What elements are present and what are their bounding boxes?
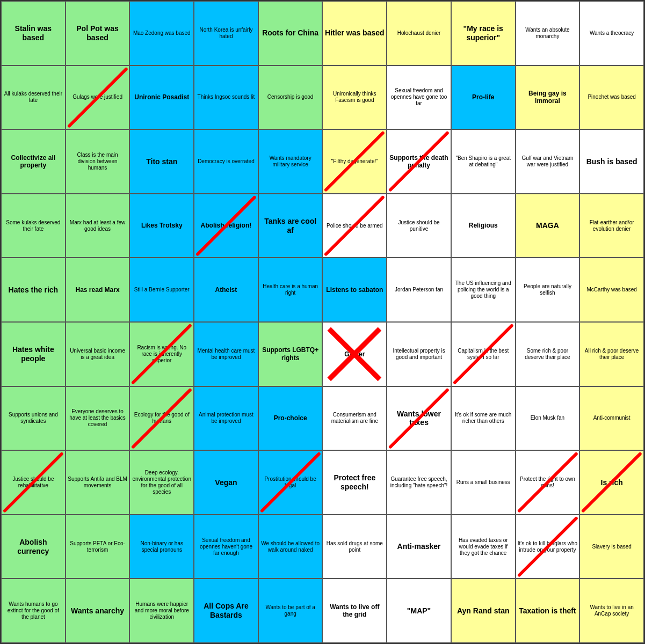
cell-r5c4: Supports LGBTQ+ rights: [258, 322, 323, 386]
cell-r5c6: Intellectual property is good and import…: [387, 322, 451, 386]
cell-r5c3: Mental health care must be improved: [194, 322, 258, 386]
cell-r8c0: Abolish currency: [1, 515, 66, 579]
cell-r8c5: Has sold drugs at some point: [322, 515, 387, 579]
cell-r5c7: Capitalism is the best system so far: [451, 322, 516, 386]
cell-r1c9: Pinochet was based: [579, 65, 644, 130]
bingo-grid: Stalin was basedPol Pot was basedMao Zed…: [0, 0, 645, 644]
cell-r2c3: Democracy is overrated: [194, 129, 258, 194]
cell-r2c5: "Filthy degenerate!": [322, 129, 387, 194]
cell-r9c4: Wants to be part of a gang: [258, 579, 323, 643]
cell-r9c8: Taxation is theft: [516, 579, 580, 643]
cell-r1c2: Unironic Posadist: [129, 65, 194, 130]
cell-r1c1: Gulags were justified: [66, 65, 130, 130]
cell-r5c1: Universal basic income is a great idea: [66, 322, 130, 386]
cell-r5c5: Gamer: [322, 322, 387, 386]
cell-r4c2: Still a Bernie Supporter: [129, 258, 194, 322]
cell-r9c9: Wants to live in an AnCap society: [579, 579, 644, 643]
cell-r6c5: Consumerism and materialism are fine: [322, 386, 387, 451]
cell-r2c7: "Ben Shapiro is a great at debating": [451, 129, 516, 194]
cell-r4c7: The US influencing and policing the worl…: [451, 258, 516, 322]
cell-r7c3: Vegan: [194, 450, 258, 515]
cell-r2c6: Supports the death penalty: [387, 129, 451, 194]
cell-r7c8: Protect the right to own guns!: [516, 450, 580, 515]
cell-r6c7: It's ok if some are much richer than oth…: [451, 386, 516, 451]
cell-r2c2: Tito stan: [129, 129, 194, 194]
cell-r8c2: Non-binary or has special pronouns: [129, 515, 194, 579]
cell-r3c4: Tanks are cool af: [258, 194, 323, 258]
cell-r4c9: McCarthy was based: [579, 258, 644, 322]
cell-r4c5: Listens to sabaton: [322, 258, 387, 322]
cell-r9c0: Wants humans to go extinct for the good …: [1, 579, 66, 643]
cell-r4c3: Atheist: [194, 258, 258, 322]
cell-r7c2: Deep ecology, environmental protection f…: [129, 450, 194, 515]
cell-r5c2: Racism is wrong. No race is inherently s…: [129, 322, 194, 386]
cell-r0c2: Mao Zedong was based: [129, 1, 194, 65]
cell-r3c8: MAGA: [516, 194, 580, 258]
cell-r8c7: Has evaded taxes or would evade taxes if…: [451, 515, 516, 579]
cell-r3c3: Abolish religion!: [194, 194, 258, 258]
cell-r7c9: Is rich: [579, 450, 644, 515]
cell-r1c7: Pro-life: [451, 65, 516, 130]
cell-r0c4: Roots for China: [258, 1, 323, 65]
cell-r6c6: Wants lower taxes: [387, 386, 451, 451]
cell-r6c9: Anti-communist: [579, 386, 644, 451]
cell-r6c0: Supports unions and syndicates: [1, 386, 66, 451]
cell-r0c7: "My race is superior": [451, 1, 516, 65]
cell-r4c8: People are naturally selfish: [516, 258, 580, 322]
cell-r4c4: Health care is a human right: [258, 258, 323, 322]
cell-r8c6: Anti-masker: [387, 515, 451, 579]
cell-r2c4: Wants mandatory military service: [258, 129, 323, 194]
cell-r1c5: Unironically thinks Fascism is good: [322, 65, 387, 130]
cell-r2c0: Collectivize all property: [1, 129, 66, 194]
cell-r8c8: It's ok to kill burglars who intrude on …: [516, 515, 580, 579]
cell-r6c8: Elon Musk fan: [516, 386, 580, 451]
cell-r0c6: Holochaust denier: [387, 1, 451, 65]
cell-r7c5: Protect free speech!: [322, 450, 387, 515]
cell-r1c3: Thinks Ingsoc sounds lit: [194, 65, 258, 130]
cell-r3c2: Likes Trotsky: [129, 194, 194, 258]
cell-r0c1: Pol Pot was based: [66, 1, 130, 65]
cell-r7c6: Guarantee free speech, including "hate s…: [387, 450, 451, 515]
cell-r0c3: North Korea is unfairly hated: [194, 1, 258, 65]
cell-r2c8: Gulf war and Vietnam war were justified: [516, 129, 580, 194]
cell-r8c1: Supports PETA or Eco-terrorism: [66, 515, 130, 579]
cell-r5c0: Hates white people: [1, 322, 66, 386]
cell-r7c4: Prostitution should be legal: [258, 450, 323, 515]
cell-r4c1: Has read Marx: [66, 258, 130, 322]
cell-r9c2: Humans were happier and more moral befor…: [129, 579, 194, 643]
cell-r9c3: All Cops Are Bastards: [194, 579, 258, 643]
cell-r9c5: Wants to live off the grid: [322, 579, 387, 643]
cell-r0c0: Stalin was based: [1, 1, 66, 65]
cell-r6c4: Pro-choice: [258, 386, 323, 451]
cell-r0c9: Wants a theocracy: [579, 1, 644, 65]
cell-r6c3: Animal protection must be improved: [194, 386, 258, 451]
cell-r3c0: Some kulaks deserved their fate: [1, 194, 66, 258]
cell-r9c7: Ayn Rand stan: [451, 579, 516, 643]
cell-r1c0: All kulaks deserved their fate: [1, 65, 66, 130]
cell-r1c4: Censorship is good: [258, 65, 323, 130]
cell-r1c8: Being gay is immoral: [516, 65, 580, 130]
cell-r6c1: Everyone deserves to have at least the b…: [66, 386, 130, 451]
cell-r7c7: Runs a small business: [451, 450, 516, 515]
cell-r7c0: Justice should be rehabilitative: [1, 450, 66, 515]
cell-r3c6: Justice should be punitive: [387, 194, 451, 258]
cell-r6c2: Ecology for the good of humans: [129, 386, 194, 451]
cell-r1c6: Sexual freedom and opennes have gone too…: [387, 65, 451, 130]
cell-r8c4: We should be allowed to walk around nake…: [258, 515, 323, 579]
cell-r9c1: Wants anarchy: [66, 579, 130, 643]
cell-r5c9: All rich & poor deserve their place: [579, 322, 644, 386]
cell-r4c6: Jordan Peterson fan: [387, 258, 451, 322]
cell-r9c6: "MAP": [387, 579, 451, 643]
cell-r5c8: Some rich & poor deserve their place: [516, 322, 580, 386]
cell-r0c8: Wants an absolute monarchy: [516, 1, 580, 65]
cell-r3c5: Police should be armed: [322, 194, 387, 258]
cell-r8c9: Slavery is based: [579, 515, 644, 579]
cell-r3c1: Marx had at least a few good ideas: [66, 194, 130, 258]
cell-r4c0: Hates the rich: [1, 258, 66, 322]
cell-r8c3: Sexual freedom and opennes haven't gone …: [194, 515, 258, 579]
cell-r7c1: Supports Antifa and BLM movements: [66, 450, 130, 515]
cell-r3c9: Flat-earther and/or evolution denier: [579, 194, 644, 258]
cell-r0c5: Hitler was based: [322, 1, 387, 65]
cell-r2c9: Bush is based: [579, 129, 644, 194]
cell-r3c7: Religious: [451, 194, 516, 258]
